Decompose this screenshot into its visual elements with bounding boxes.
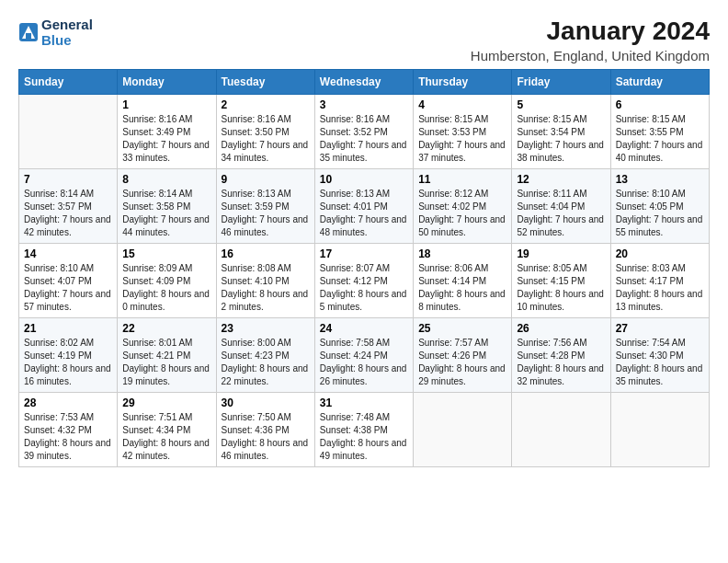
date-number: 26: [517, 322, 605, 335]
col-header-saturday: Saturday: [610, 70, 709, 95]
calendar-cell: 8Sunrise: 8:14 AMSunset: 3:58 PMDaylight…: [118, 169, 216, 244]
cell-info: Sunrise: 8:02 AMSunset: 4:19 PMDaylight:…: [24, 338, 111, 386]
calendar-cell: 5Sunrise: 8:15 AMSunset: 3:54 PMDaylight…: [512, 95, 610, 169]
calendar-cell: 26Sunrise: 7:56 AMSunset: 4:28 PMDayligh…: [512, 318, 610, 393]
cell-info: Sunrise: 8:12 AMSunset: 4:02 PMDaylight:…: [418, 189, 506, 237]
date-number: 22: [122, 322, 210, 335]
cell-info: Sunrise: 8:13 AMSunset: 4:01 PMDaylight:…: [320, 189, 407, 237]
date-number: 28: [24, 396, 112, 409]
calendar-cell: 31Sunrise: 7:48 AMSunset: 4:38 PMDayligh…: [314, 393, 413, 467]
logo: General Blue: [18, 17, 93, 49]
calendar-cell: 2Sunrise: 8:16 AMSunset: 3:50 PMDaylight…: [216, 95, 314, 169]
calendar-cell: 24Sunrise: 7:58 AMSunset: 4:24 PMDayligh…: [314, 318, 413, 393]
date-number: 25: [418, 322, 506, 335]
calendar-cell: 19Sunrise: 8:05 AMSunset: 4:15 PMDayligh…: [512, 244, 610, 318]
calendar-cell: 22Sunrise: 8:01 AMSunset: 4:21 PMDayligh…: [118, 318, 216, 393]
calendar-cell: 16Sunrise: 8:08 AMSunset: 4:10 PMDayligh…: [216, 244, 314, 318]
cell-info: Sunrise: 7:58 AMSunset: 4:24 PMDaylight:…: [320, 338, 407, 386]
calendar-cell: 9Sunrise: 8:13 AMSunset: 3:59 PMDaylight…: [216, 169, 314, 244]
calendar-cell: 27Sunrise: 7:54 AMSunset: 4:30 PMDayligh…: [610, 318, 709, 393]
cell-info: Sunrise: 8:01 AMSunset: 4:21 PMDaylight:…: [122, 338, 210, 386]
date-number: 18: [418, 247, 506, 260]
calendar-cell: 23Sunrise: 8:00 AMSunset: 4:23 PMDayligh…: [216, 318, 314, 393]
cell-info: Sunrise: 8:03 AMSunset: 4:17 PMDaylight:…: [616, 263, 703, 312]
cell-info: Sunrise: 7:57 AMSunset: 4:26 PMDaylight:…: [418, 338, 506, 386]
cell-info: Sunrise: 8:15 AMSunset: 3:55 PMDaylight:…: [616, 114, 703, 163]
calendar-cell: 29Sunrise: 7:51 AMSunset: 4:34 PMDayligh…: [118, 393, 216, 467]
cell-info: Sunrise: 7:53 AMSunset: 4:32 PMDaylight:…: [24, 412, 111, 461]
calendar-cell: [610, 393, 709, 467]
cell-info: Sunrise: 7:51 AMSunset: 4:34 PMDaylight:…: [122, 412, 210, 461]
cell-info: Sunrise: 8:16 AMSunset: 3:50 PMDaylight:…: [222, 114, 309, 163]
cell-info: Sunrise: 8:09 AMSunset: 4:09 PMDaylight:…: [122, 263, 210, 312]
date-number: 3: [320, 98, 408, 111]
date-number: 16: [222, 247, 310, 260]
date-number: 23: [222, 322, 310, 335]
date-number: 2: [222, 98, 310, 111]
date-number: 30: [222, 396, 310, 409]
cell-info: Sunrise: 8:07 AMSunset: 4:12 PMDaylight:…: [320, 263, 407, 312]
date-number: 21: [24, 322, 112, 335]
date-number: 24: [320, 322, 408, 335]
cell-info: Sunrise: 7:54 AMSunset: 4:30 PMDaylight:…: [616, 338, 703, 386]
date-number: 14: [24, 247, 112, 260]
calendar-cell: 20Sunrise: 8:03 AMSunset: 4:17 PMDayligh…: [610, 244, 709, 318]
calendar-cell: 4Sunrise: 8:15 AMSunset: 3:53 PMDaylight…: [414, 95, 512, 169]
calendar-cell: 11Sunrise: 8:12 AMSunset: 4:02 PMDayligh…: [414, 169, 512, 244]
date-number: 27: [616, 322, 704, 335]
week-row-5: 28Sunrise: 7:53 AMSunset: 4:32 PMDayligh…: [19, 393, 710, 467]
date-number: 9: [222, 173, 310, 186]
date-number: 6: [616, 98, 704, 111]
cell-info: Sunrise: 8:13 AMSunset: 3:59 PMDaylight:…: [222, 189, 309, 237]
cell-info: Sunrise: 8:14 AMSunset: 3:57 PMDaylight:…: [24, 189, 111, 237]
col-header-friday: Friday: [512, 70, 610, 95]
date-number: 19: [517, 247, 605, 260]
date-number: 31: [320, 396, 408, 409]
date-number: 15: [122, 247, 210, 260]
cell-info: Sunrise: 7:56 AMSunset: 4:28 PMDaylight:…: [517, 338, 604, 386]
cell-info: Sunrise: 8:00 AMSunset: 4:23 PMDaylight:…: [222, 338, 309, 386]
col-header-tuesday: Tuesday: [216, 70, 314, 95]
calendar-table: SundayMondayTuesdayWednesdayThursdayFrid…: [18, 69, 710, 467]
header: General Blue January 2024 Humberston, En…: [18, 17, 710, 63]
calendar-cell: 10Sunrise: 8:13 AMSunset: 4:01 PMDayligh…: [314, 169, 413, 244]
calendar-cell: 21Sunrise: 8:02 AMSunset: 4:19 PMDayligh…: [19, 318, 118, 393]
date-number: 29: [122, 396, 210, 409]
cell-info: Sunrise: 8:16 AMSunset: 3:52 PMDaylight:…: [320, 114, 407, 163]
col-header-monday: Monday: [118, 70, 216, 95]
week-row-2: 7Sunrise: 8:14 AMSunset: 3:57 PMDaylight…: [19, 169, 710, 244]
logo-icon: [18, 22, 39, 42]
calendar-cell: 14Sunrise: 8:10 AMSunset: 4:07 PMDayligh…: [19, 244, 118, 318]
svg-rect-2: [26, 33, 31, 39]
calendar-page: General Blue January 2024 Humberston, En…: [0, 0, 728, 563]
col-header-sunday: Sunday: [19, 70, 118, 95]
cell-info: Sunrise: 8:15 AMSunset: 3:54 PMDaylight:…: [517, 114, 604, 163]
date-number: 11: [418, 173, 506, 186]
cell-info: Sunrise: 8:05 AMSunset: 4:15 PMDaylight:…: [517, 263, 604, 312]
calendar-cell: 28Sunrise: 7:53 AMSunset: 4:32 PMDayligh…: [19, 393, 118, 467]
date-number: 13: [616, 173, 704, 186]
cell-info: Sunrise: 8:08 AMSunset: 4:10 PMDaylight:…: [222, 263, 309, 312]
logo-text-line1: General: [41, 17, 93, 32]
calendar-cell: 25Sunrise: 7:57 AMSunset: 4:26 PMDayligh…: [414, 318, 512, 393]
cell-info: Sunrise: 8:10 AMSunset: 4:07 PMDaylight:…: [24, 263, 111, 312]
calendar-title: January 2024: [471, 17, 710, 46]
date-number: 4: [418, 98, 506, 111]
week-row-4: 21Sunrise: 8:02 AMSunset: 4:19 PMDayligh…: [19, 318, 710, 393]
calendar-cell: 3Sunrise: 8:16 AMSunset: 3:52 PMDaylight…: [314, 95, 413, 169]
calendar-cell: 18Sunrise: 8:06 AMSunset: 4:14 PMDayligh…: [414, 244, 512, 318]
date-number: 7: [24, 173, 112, 186]
calendar-cell: 7Sunrise: 8:14 AMSunset: 3:57 PMDaylight…: [19, 169, 118, 244]
calendar-cell: 13Sunrise: 8:10 AMSunset: 4:05 PMDayligh…: [610, 169, 709, 244]
header-row: SundayMondayTuesdayWednesdayThursdayFrid…: [19, 70, 710, 95]
title-block: January 2024 Humberston, England, United…: [471, 17, 710, 63]
week-row-3: 14Sunrise: 8:10 AMSunset: 4:07 PMDayligh…: [19, 244, 710, 318]
cell-info: Sunrise: 7:48 AMSunset: 4:38 PMDaylight:…: [320, 412, 407, 461]
cell-info: Sunrise: 7:50 AMSunset: 4:36 PMDaylight:…: [222, 412, 309, 461]
calendar-cell: 15Sunrise: 8:09 AMSunset: 4:09 PMDayligh…: [118, 244, 216, 318]
cell-info: Sunrise: 8:10 AMSunset: 4:05 PMDaylight:…: [616, 189, 703, 237]
date-number: 12: [517, 173, 605, 186]
cell-info: Sunrise: 8:14 AMSunset: 3:58 PMDaylight:…: [122, 189, 210, 237]
date-number: 17: [320, 247, 408, 260]
cell-info: Sunrise: 8:15 AMSunset: 3:53 PMDaylight:…: [418, 114, 506, 163]
